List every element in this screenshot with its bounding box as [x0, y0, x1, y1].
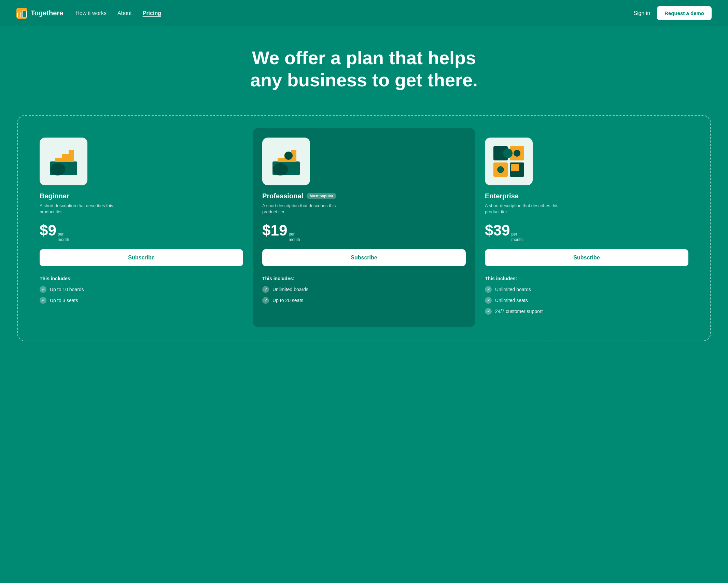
nav-item-about[interactable]: About: [117, 10, 132, 16]
features-list-enterprise: Unlimited boards Unlimited seats 24/7 cu…: [485, 286, 688, 315]
hero-section: We offer a plan that helps any business …: [0, 26, 728, 105]
feature-item: Up to 10 boards: [40, 286, 243, 293]
svg-rect-4: [23, 11, 26, 17]
check-icon: [485, 286, 492, 293]
svg-point-14: [284, 152, 293, 160]
sign-in-button[interactable]: Sign in: [633, 10, 650, 16]
svg-rect-7: [62, 154, 69, 162]
feature-item: 24/7 customer support: [485, 308, 688, 315]
nav-link-about[interactable]: About: [117, 10, 132, 16]
price-meta-professional: per month: [289, 232, 300, 242]
subscribe-button-professional[interactable]: Subscribe: [262, 249, 466, 266]
svg-rect-23: [511, 164, 519, 171]
plan-description-professional: A short description that describes this …: [262, 203, 337, 215]
nav-item-how-it-works[interactable]: How it works: [75, 10, 107, 16]
plans-grid: Beginner A short description that descri…: [30, 128, 698, 327]
plan-card-enterprise: Enterprise A short description that desc…: [475, 128, 698, 327]
price-amount-professional: $19: [262, 222, 287, 239]
svg-rect-8: [69, 150, 74, 162]
features-heading-beginner: This includes:: [40, 276, 243, 281]
plan-name-professional: Professional: [262, 192, 303, 200]
nav-link-how-it-works[interactable]: How it works: [75, 10, 107, 16]
logo[interactable]: Togethere: [16, 8, 63, 19]
check-icon: [262, 286, 269, 293]
feature-item: Up to 3 seats: [40, 297, 243, 304]
check-icon: [40, 297, 46, 304]
nav-right: Sign in Request a demo: [633, 6, 712, 20]
plan-title-row-professional: Professional Most popular: [262, 192, 466, 200]
plan-title-row-beginner: Beginner: [40, 192, 243, 200]
plan-icon-beginner: [40, 138, 87, 185]
feature-item: Unlimited boards: [485, 286, 688, 293]
plan-icon-professional: [262, 138, 310, 185]
hero-headline: We offer a plan that helps any business …: [244, 47, 484, 91]
most-popular-badge: Most popular: [307, 193, 336, 199]
subscribe-button-beginner[interactable]: Subscribe: [40, 249, 243, 266]
plan-description-enterprise: A short description that describes this …: [485, 203, 560, 215]
svg-point-9: [50, 163, 65, 175]
svg-rect-11: [278, 158, 284, 162]
price-amount-enterprise: $39: [485, 222, 510, 239]
plan-name-beginner: Beginner: [40, 192, 69, 200]
price-row-enterprise: $39 per month: [485, 222, 688, 242]
features-heading-enterprise: This includes:: [485, 276, 688, 281]
check-icon: [485, 308, 492, 315]
feature-item: Unlimited seats: [485, 297, 688, 304]
subscribe-button-enterprise[interactable]: Subscribe: [485, 249, 688, 266]
svg-rect-6: [55, 158, 62, 162]
price-amount-beginner: $9: [40, 222, 56, 239]
plan-icon-enterprise: [485, 138, 533, 185]
plan-name-enterprise: Enterprise: [485, 192, 519, 200]
svg-rect-3: [18, 13, 20, 17]
svg-point-15: [273, 163, 288, 175]
nav-link-pricing[interactable]: Pricing: [143, 10, 161, 16]
price-meta-beginner: per month: [58, 232, 69, 242]
svg-point-22: [497, 166, 504, 173]
request-demo-button[interactable]: Request a demo: [657, 6, 712, 20]
price-meta-enterprise: per month: [511, 232, 522, 242]
svg-point-21: [514, 150, 520, 157]
nav-links: How it works About Pricing: [75, 10, 161, 16]
price-row-beginner: $9 per month: [40, 222, 243, 242]
feature-item: Unlimited boards: [262, 286, 466, 293]
nav-item-pricing[interactable]: Pricing: [143, 10, 161, 16]
svg-point-20: [503, 148, 513, 158]
check-icon: [485, 297, 492, 304]
features-heading-professional: This includes:: [262, 276, 466, 281]
feature-item: Up to 20 seats: [262, 297, 466, 304]
plan-card-beginner: Beginner A short description that descri…: [30, 128, 253, 327]
nav-left: Togethere How it works About Pricing: [16, 8, 161, 19]
plan-title-row-enterprise: Enterprise: [485, 192, 688, 200]
logo-text: Togethere: [31, 9, 63, 17]
check-icon: [262, 297, 269, 304]
features-list-beginner: Up to 10 boards Up to 3 seats: [40, 286, 243, 304]
price-row-professional: $19 per month: [262, 222, 466, 242]
check-icon: [40, 286, 46, 293]
plan-description-beginner: A short description that describes this …: [40, 203, 115, 215]
navbar: Togethere How it works About Pricing Sig…: [0, 0, 728, 26]
plan-card-professional: Professional Most popular A short descri…: [253, 128, 475, 327]
logo-icon: [16, 8, 27, 19]
features-list-professional: Unlimited boards Up to 20 seats: [262, 286, 466, 304]
pricing-section: Beginner A short description that descri…: [17, 115, 711, 342]
